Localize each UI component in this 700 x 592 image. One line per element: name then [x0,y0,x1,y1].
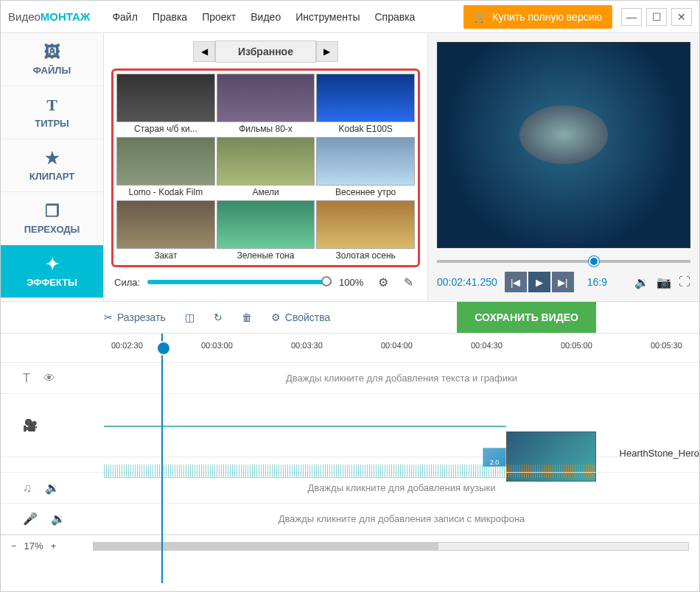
ruler-mark: 00:03:30 [291,341,323,350]
camera-icon: 🎥 [23,418,38,432]
effects-grid: Старая ч/б ки... Фильмы 80-х Kodak E100S… [111,68,420,267]
effect-item[interactable]: Амели [217,137,315,199]
fullscreen-icon[interactable]: ⛶ [679,275,690,289]
effect-label: Зеленые тона [217,249,315,262]
menu-tools[interactable]: Инструменты [295,11,360,23]
effect-item[interactable]: Lomo - Kodak Film [116,137,215,199]
strength-slider[interactable] [147,280,332,284]
wand-icon[interactable]: ✎ [399,273,417,291]
menu-edit[interactable]: Правка [153,11,187,23]
text-track[interactable]: T 👁 Дважды кликните для добавления текст… [1,363,699,394]
logo-text-a: Видео [8,10,41,23]
scrollbar-handle[interactable] [94,543,438,550]
effect-thumb [217,200,315,249]
snapshot-icon[interactable]: 📷 [657,275,671,289]
menu-project[interactable]: Проект [202,11,236,23]
menu-file[interactable]: Файл [112,11,137,23]
close-button[interactable]: ✕ [671,8,692,26]
settings-icon[interactable]: ⚙ [374,273,392,291]
prev-frame-button[interactable]: |◀ [505,272,527,292]
zoom-bar: − 17% + [1,535,699,557]
seek-handle[interactable] [589,256,599,267]
cart-icon: 🛒 [474,11,486,23]
ruler-mark: 00:02:30 [111,341,143,350]
volume-icon[interactable]: 🔉 [51,512,66,526]
main-area: 🖼 ФАЙЛЫ T ТИТРЫ ★ КЛИПАРТ ❐ ПЕРЕХОДЫ ✦ Э… [1,33,699,301]
category-nav: ◀ Избранное ▶ [111,40,420,63]
audio-wave-track[interactable] [1,457,699,473]
effect-label: Kodak E100S [316,122,415,135]
effect-item[interactable]: Зеленые тона [217,200,315,262]
strength-row: Сила: 100% ⚙ ✎ [111,267,420,297]
rotate-icon: ↻ [214,311,223,323]
effect-thumb [116,200,215,249]
effect-item[interactable]: Закат [116,200,215,262]
track-hint: Дважды кликните для добавления музыки [104,473,699,502]
menu-video[interactable]: Видео [251,11,281,23]
sidebar-item-files[interactable]: 🖼 ФАЙЛЫ [1,33,103,86]
track-hint: Дважды кликните для добавления текста и … [104,364,699,392]
save-video-button[interactable]: СОХРАНИТЬ ВИДЕО [457,302,596,333]
video-clip-range[interactable] [104,426,506,427]
crop-button[interactable]: ◫ [185,311,195,323]
sidebar-item-titles[interactable]: T ТИТРЫ [1,86,103,139]
effect-thumb [116,74,215,122]
minimize-button[interactable]: ― [621,8,642,26]
track-head: T 👁 [1,372,104,385]
sidebar-item-transitions[interactable]: ❐ ПЕРЕХОДЫ [1,192,103,245]
maximize-button[interactable]: ☐ [646,8,667,26]
sidebar-label: ПЕРЕХОДЫ [24,224,80,235]
menu-help[interactable]: Справка [374,11,415,23]
delete-button[interactable]: 🗑 [242,311,252,323]
cut-label: Разрезать [117,311,166,323]
seek-bar[interactable] [437,254,690,269]
star-icon: ★ [45,149,60,168]
effect-label: Закат [116,249,215,262]
layers-icon: ❐ [45,202,60,221]
effect-item[interactable]: Старая ч/б ки... [116,74,215,135]
track-head: ♫ 🔉 [1,481,104,495]
effect-label: Lomo - Kodak Film [116,186,215,199]
play-button[interactable]: ▶ [528,272,550,292]
effect-thumb [116,137,215,186]
toolbar: ✂Разрезать ◫ ↻ 🗑 ⚙Свойства СОХРАНИТЬ ВИД… [1,301,699,334]
cut-button[interactable]: ✂Разрезать [104,311,166,323]
timeline-ruler[interactable]: 00:02:30 00:03:00 00:03:30 00:04:00 00:0… [1,334,699,363]
buy-label: Купить полную версию [492,11,602,23]
mic-track[interactable]: 🎤 🔉 Дважды кликните для добавления запис… [1,504,699,535]
volume-icon[interactable]: 🔉 [634,275,649,289]
properties-label: Свойства [285,311,330,323]
category-prev-button[interactable]: ◀ [193,41,215,62]
effect-thumb [316,74,415,122]
timeline: 00:02:30 00:03:00 00:03:30 00:04:00 00:0… [1,334,699,535]
properties-button[interactable]: ⚙Свойства [271,311,330,323]
effect-item[interactable]: Весеннее утро [316,137,415,199]
sidebar-item-effects[interactable]: ✦ ЭФФЕКТЫ [1,245,103,298]
video-track[interactable]: 🎥 2.0 HearthStone_Hero [1,394,699,457]
timeline-scrollbar[interactable] [93,542,689,551]
next-frame-button[interactable]: ▶| [552,272,574,292]
effect-item[interactable]: Kodak E100S [316,74,415,135]
aspect-ratio[interactable]: 16:9 [587,276,607,288]
rotate-button[interactable]: ↻ [214,311,223,323]
effect-item[interactable]: Фильмы 80-х [217,74,315,135]
crop-icon: ◫ [185,311,195,323]
effect-item[interactable]: Золотая осень [316,200,415,262]
preview-video[interactable] [437,42,690,248]
save-label: СОХРАНИТЬ ВИДЕО [475,311,578,323]
zoom-in-button[interactable]: + [51,540,57,552]
eye-icon[interactable]: 👁 [43,372,55,385]
volume-icon[interactable]: 🔉 [45,481,60,495]
slider-thumb[interactable] [321,276,332,286]
music-track[interactable]: ♫ 🔉 Дважды кликните для добавления музык… [1,473,699,504]
playhead[interactable] [161,334,163,583]
effect-label: Золотая осень [316,249,415,262]
image-icon: 🖼 [44,43,60,62]
effect-label: Амели [217,186,315,199]
category-next-button[interactable]: ▶ [316,41,338,62]
sidebar-item-clipart[interactable]: ★ КЛИПАРТ [1,139,103,192]
buy-button[interactable]: 🛒 Купить полную версию [463,5,612,29]
effect-thumb [217,137,315,186]
zoom-out-button[interactable]: − [11,540,17,552]
window-controls: ― ☐ ✕ [621,8,692,26]
